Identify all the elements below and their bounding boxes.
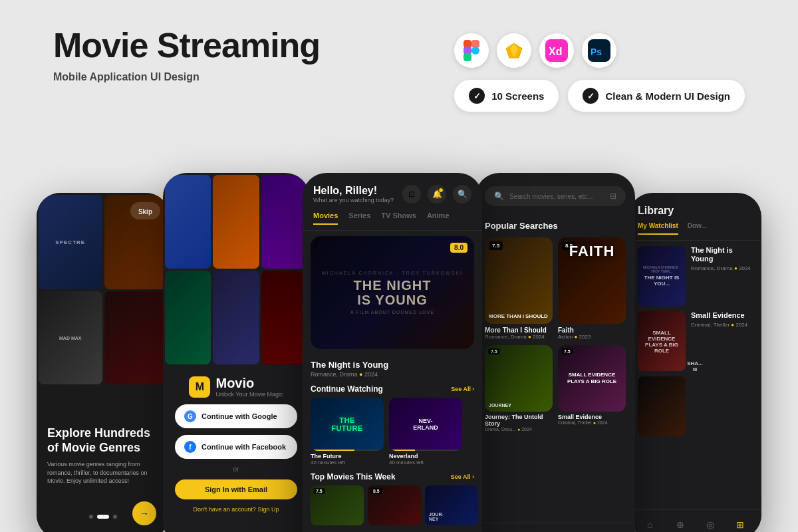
skip-button[interactable]: Skip: [138, 208, 152, 215]
search-icon[interactable]: 🔍: [453, 185, 471, 203]
nav-search-s[interactable]: ⊕: [528, 529, 547, 533]
top-movies-title: Top Movies This Week: [311, 472, 396, 481]
splash-description: Various movie genres ranging from romanc…: [47, 460, 159, 485]
cw-progress-bar-neverland: [389, 450, 415, 451]
movio-logo: M Movio Unlock Your Movie Magic: [189, 376, 283, 398]
tab-movies[interactable]: Movies: [313, 211, 338, 225]
notification-dot: [438, 188, 444, 193]
next-button[interactable]: →: [132, 501, 156, 525]
search-magnifier-icon: 🔍: [494, 192, 504, 201]
featured-card[interactable]: MICHAELA CHORNICK · TROY TURKOWSKI THE N…: [311, 236, 474, 349]
cw-item-neverland: NEV-ERLAND Neverland 40 minutes left: [389, 398, 462, 466]
tab-tvshows[interactable]: TV Shows: [381, 211, 416, 225]
tm-card-1[interactable]: 7.5: [311, 485, 364, 525]
email-login-button[interactable]: Sign In with Email: [175, 479, 297, 499]
sr-card-1[interactable]: 7.5 MORE THAN I SHOULD: [485, 237, 553, 324]
home-tabs: Movies Series TV Shows Anime: [303, 209, 482, 231]
check-icon-screens: ✓: [469, 88, 485, 104]
badges-block: Xd Ps ✓ 10 Screens ✓ Clean & Modern UI D…: [454, 27, 745, 112]
cw-info-future: The Future 40 minutes left: [311, 453, 384, 466]
svg-text:Xd: Xd: [549, 46, 562, 57]
sm-card-3[interactable]: 7.5 JOURNEY: [485, 345, 553, 412]
cw-progress-future: [311, 450, 384, 451]
search-result-2: 8.5 FAITH Faith Action ● 2023: [558, 237, 626, 340]
collage-4: [165, 271, 211, 364]
svg-point-4: [471, 47, 479, 55]
sr-info-2: Faith Action ● 2023: [558, 327, 626, 340]
login-collage: [163, 173, 309, 366]
sm-info-3: Journey: The Untold Story Drama, Docu...…: [485, 414, 553, 432]
lib-poster-3: SHA...III: [638, 376, 686, 436]
login-form: M Movio Unlock Your Movie Magic G Contin…: [163, 366, 309, 522]
collage-1: [165, 175, 211, 269]
search-placeholder: Search movies, series, etc...: [509, 193, 593, 200]
top-movies-header: Top Movies This Week See All ›: [303, 466, 482, 485]
continue-watching-row: THE FUTURE The Future 40 minutes left NE…: [303, 398, 482, 466]
dot-3: [113, 515, 117, 519]
collage-2: [213, 175, 259, 269]
see-all-cw[interactable]: See All ›: [451, 386, 474, 392]
sketch-icon: [497, 33, 531, 68]
sm-score-3: 7.5: [488, 348, 500, 354]
sr-score-1: 7.5: [489, 241, 503, 250]
greeting-name: Hello, Rilley!: [313, 185, 394, 197]
nav-library-s[interactable]: ⊞: [601, 529, 620, 533]
page-title: Movie Streaming: [53, 27, 320, 65]
tm-card-2[interactable]: 8.5: [368, 485, 421, 525]
screen-splash: Skip SPECTRE MAD MAX Explore Hundreds of…: [37, 193, 170, 532]
tm-card-3[interactable]: JOUR-NEY: [425, 485, 478, 525]
nav-home-l[interactable]: ⌂: [641, 515, 660, 533]
signup-link[interactable]: Sign Up: [257, 506, 279, 513]
feature-badges: ✓ 10 Screens ✓ Clean & Modern UI Design: [454, 80, 745, 112]
see-all-tm[interactable]: See All ›: [451, 473, 474, 480]
screen-login: M Movio Unlock Your Movie Magic G Contin…: [163, 173, 309, 532]
featured-bg: MICHAELA CHORNICK · TROY TURKOWSKI THE N…: [311, 236, 474, 349]
sm-card-4[interactable]: 7.5 SMALL EVIDENCE PLAYS A BIG ROLE: [558, 345, 626, 412]
sr-info-1: More Than I Should Romance, Drama ● 2024: [485, 327, 553, 340]
screen-home: Hello, Rilley! What are you watching tod…: [303, 173, 482, 532]
nav-search-l[interactable]: ⊕: [671, 515, 690, 533]
google-login-button[interactable]: G Continue with Google: [175, 404, 297, 428]
poster-scarface: [104, 291, 168, 384]
cast-icon[interactable]: ⊡: [402, 185, 421, 203]
movio-name: Movio: [215, 376, 283, 391]
sr-card-2[interactable]: 8.5 FAITH: [558, 237, 626, 324]
design-badge: ✓ Clean & Modern UI Design: [568, 80, 745, 112]
movio-icon: M: [189, 376, 210, 398]
search-bar[interactable]: 🔍 Search movies, series, etc... ⊟: [485, 186, 626, 206]
cw-card-neverland[interactable]: NEV-ERLAND: [389, 398, 462, 451]
notification-icon[interactable]: 🔔: [428, 185, 446, 203]
page-subtitle: Mobile Application UI Design: [53, 71, 320, 83]
nav-home-s[interactable]: ⌂: [491, 529, 510, 533]
search-header: 🔍 Search movies, series, etc... ⊟: [475, 173, 635, 221]
check-icon-design: ✓: [583, 88, 598, 104]
filter-icon[interactable]: ⊟: [610, 192, 616, 201]
google-icon: G: [184, 410, 196, 422]
collage-6: [261, 271, 307, 364]
splash-tagline: Explore Hundreds of Movie Genres: [47, 426, 159, 455]
photoshop-icon: Ps: [582, 33, 616, 68]
search-results-grid: 7.5 MORE THAN I SHOULD More Than I Shoul…: [475, 237, 635, 340]
header-section: Movie Streaming Mobile Application UI De…: [53, 27, 745, 112]
library-list: MICHAELA CHORNICK · TROY TURK... THE NIG…: [628, 241, 761, 442]
title-block: Movie Streaming Mobile Application UI De…: [53, 27, 320, 83]
home-header-icons: ⊡ 🔔 🔍: [402, 185, 471, 203]
facebook-login-button[interactable]: f Continue with Facebook: [175, 435, 297, 459]
nav-library-l[interactable]: ⊞: [731, 515, 749, 533]
figma-icon: [454, 33, 489, 68]
sm-info-4: Small Evidence Criminal, Thriller ● 2024: [558, 414, 626, 425]
collage-3: [261, 175, 307, 269]
continue-watching-title: Continue Watching: [311, 384, 383, 394]
progress-dots: [89, 515, 117, 519]
tab-anime[interactable]: Anime: [427, 211, 450, 225]
or-divider: or: [233, 466, 239, 473]
tab-series[interactable]: Series: [348, 211, 370, 225]
featured-title: The Night is Young: [311, 360, 474, 370]
nav-profile-l[interactable]: ◎: [701, 515, 720, 533]
library-bottom-nav: ⌂ ⊕ ◎ ⊞: [628, 509, 761, 532]
cw-card-future[interactable]: THE FUTURE: [311, 398, 384, 451]
greeting-sub: What are you watching today?: [313, 197, 394, 203]
featured-score: 8.0: [450, 243, 467, 253]
featured-info: The Night is Young Romance, Drama ● 2024: [303, 354, 482, 378]
nav-profile-s[interactable]: ◎: [565, 529, 583, 533]
